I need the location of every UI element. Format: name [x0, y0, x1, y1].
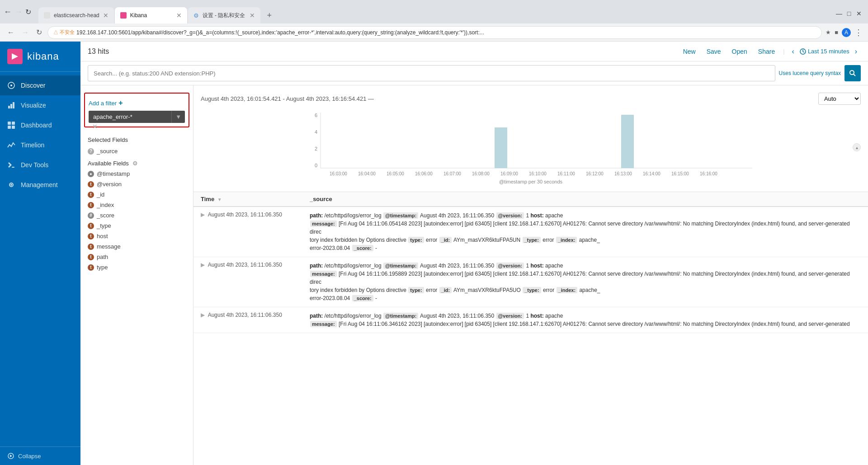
forward-addr-button[interactable]: → — [20, 27, 31, 38]
field-score[interactable]: # _score — [80, 210, 193, 221]
sidebar-item-devtools[interactable]: Dev Tools — [0, 155, 80, 175]
tab-settings[interactable]: ⚙ 设置 - 隐私和安全 ✕ — [188, 7, 260, 23]
save-button[interactable]: Save — [702, 45, 726, 58]
sidebar-bottom: Collapse — [0, 446, 80, 465]
add-filter[interactable]: Add a filter + — [89, 97, 185, 111]
interval-select[interactable]: Auto Minute Hour — [818, 93, 861, 105]
sidebar-item-visualize[interactable]: Visualize — [0, 95, 80, 115]
field-type-t4: t — [88, 223, 94, 229]
new-tab-button[interactable]: + — [261, 7, 278, 23]
top-nav-arrows: ‹ — [788, 46, 798, 57]
share-button[interactable]: Share — [754, 45, 779, 58]
search-input[interactable] — [88, 65, 775, 81]
svg-text:16:13:00: 16:13:00 — [614, 171, 632, 176]
back-addr-button[interactable]: ← — [5, 27, 16, 38]
field-type-t5: t — [88, 233, 94, 240]
chart-controls: August 4th 2023, 16:01:54.421 - August 4… — [201, 93, 861, 105]
expand-row-2[interactable]: ▶ — [201, 262, 205, 268]
svg-text:16:05:00: 16:05:00 — [387, 171, 404, 176]
svg-rect-3 — [8, 106, 10, 108]
field-at-ts-val-2: August 4th 2023, 16:11:06.350 — [419, 263, 495, 269]
time-range-button[interactable]: Last 15 minutes — [800, 48, 849, 55]
field-host[interactable]: t host — [80, 231, 193, 241]
field-index-val-2: apache_ — [578, 287, 600, 293]
profile-icon[interactable]: A — [842, 28, 851, 37]
results-area: Time ▼ _source — [193, 192, 868, 333]
field-id-val-1: AYm_masVXR6ktuFPA5UN — [452, 237, 522, 243]
sidebar-item-dashboard[interactable]: Dashboard — [0, 115, 80, 135]
svg-text:16:10:00: 16:10:00 — [529, 171, 547, 176]
svg-text:16:07:00: 16:07:00 — [443, 171, 461, 176]
field-version[interactable]: t @version — [80, 179, 193, 189]
field-path[interactable]: t path — [80, 252, 193, 262]
sidebar-item-label-dashboard: Dashboard — [21, 122, 52, 129]
field-path-val-3: /etc/httpd/logs/error_log — [325, 313, 383, 319]
results-table: Time ▼ _source — [193, 192, 868, 333]
index-clear-icon[interactable]: ✕ — [92, 123, 98, 130]
field-id[interactable]: t _id — [80, 189, 193, 200]
field-at-ts-val: August 4th 2023, 16:11:06.350 — [419, 212, 495, 219]
field-host-label: host: — [530, 212, 545, 219]
bookmark-icon[interactable]: ★ — [826, 29, 831, 36]
tab-kibana[interactable]: Kibana ✕ — [115, 7, 187, 23]
field-host-label-2: host: — [530, 263, 545, 269]
field-msg-label-2: message: — [310, 271, 337, 277]
expand-row-3[interactable]: ▶ — [201, 312, 205, 318]
next-time-button[interactable]: › — [851, 46, 861, 57]
col-time[interactable]: Time ▼ — [193, 192, 302, 207]
maximize-button[interactable]: □ — [845, 10, 853, 17]
plus-icon: + — [118, 99, 123, 107]
reload-addr-button[interactable]: ↻ — [34, 26, 44, 38]
field-at-ts-label-2: @timestamp: — [383, 263, 418, 269]
field-type-t8: t — [88, 264, 94, 271]
field-index[interactable]: t _index — [80, 200, 193, 210]
more-icon[interactable]: ⋮ — [854, 28, 863, 38]
extension-icon[interactable]: ■ — [835, 29, 838, 36]
prev-time-button[interactable]: ‹ — [788, 46, 798, 57]
field-type-field[interactable]: t type — [80, 262, 193, 272]
tab-close-icon[interactable]: ✕ — [103, 12, 108, 19]
tab-kibana-close-icon[interactable]: ✕ — [176, 12, 182, 19]
table-row: ▶ August 4th 2023, 16:11:06.350 path: /e… — [193, 207, 868, 257]
address-input-wrap[interactable]: △ 不安全 192.168.147.100:5601/app/kibana#/d… — [47, 26, 822, 39]
histogram-chart: 6 4 2 0 — [201, 110, 861, 178]
field-type2-val-2: error — [542, 287, 556, 293]
field-type-item[interactable]: t _type — [80, 221, 193, 231]
index-dropdown-icon[interactable]: ▼ — [171, 111, 185, 123]
field-at-ver-label-2: @version: — [496, 263, 524, 269]
collapse-button[interactable]: Collapse — [7, 452, 73, 460]
tab-settings-close-icon[interactable]: ✕ — [250, 12, 255, 19]
filter-section: Add a filter + apache_error-* ▼ ✕ — [84, 93, 189, 127]
field-at-ver-val-3: 1 — [524, 313, 530, 319]
field-path-label: path: — [310, 212, 325, 219]
gear-icon[interactable]: ⚙ — [132, 160, 138, 167]
svg-text:16:08:00: 16:08:00 — [472, 171, 490, 176]
sidebar-item-discover[interactable]: Discover — [0, 75, 80, 95]
source-col-label: _source — [310, 196, 332, 202]
field-type2-label-1: _type: — [523, 237, 541, 243]
open-button[interactable]: Open — [727, 45, 752, 58]
field-name-message: message — [97, 243, 121, 250]
field-message[interactable]: t message — [80, 241, 193, 252]
expand-row-1[interactable]: ▶ — [201, 211, 205, 218]
back-button[interactable]: ← — [4, 7, 12, 17]
field-timestamp[interactable]: ● @timestamp — [80, 169, 193, 179]
forward-button[interactable]: → — [14, 7, 23, 17]
reload-button[interactable]: ↻ — [25, 8, 31, 16]
new-button[interactable]: New — [679, 45, 700, 58]
chart-collapse-button[interactable]: ▴ — [853, 143, 861, 151]
browser-tabs: elasticsearch-head ✕ Kibana ✕ ⚙ 设置 - 隐私和… — [35, 4, 830, 23]
field-at-ts-label: @timestamp: — [383, 212, 418, 219]
field-msg-val-3: [Fri Aug 04 16:11:06.346162 2023] [autoi… — [337, 321, 850, 327]
search-button[interactable] — [844, 65, 861, 81]
sidebar-item-timelion[interactable]: Timelion — [0, 135, 80, 155]
lucene-hint[interactable]: Uses lucene query syntax — [779, 70, 841, 76]
minimize-button[interactable]: — — [835, 10, 843, 17]
msg-cont-2: tory index forbidden by Options directiv… — [310, 287, 408, 293]
tab-elasticsearch[interactable]: elasticsearch-head ✕ — [38, 7, 114, 23]
sidebar-item-management[interactable]: Management — [0, 175, 80, 195]
close-window-button[interactable]: ✕ — [855, 10, 863, 17]
col-source: _source — [302, 192, 868, 207]
selected-fields-section: Selected Fields ? _source — [80, 131, 193, 156]
field-item-source[interactable]: ? _source — [80, 146, 193, 156]
